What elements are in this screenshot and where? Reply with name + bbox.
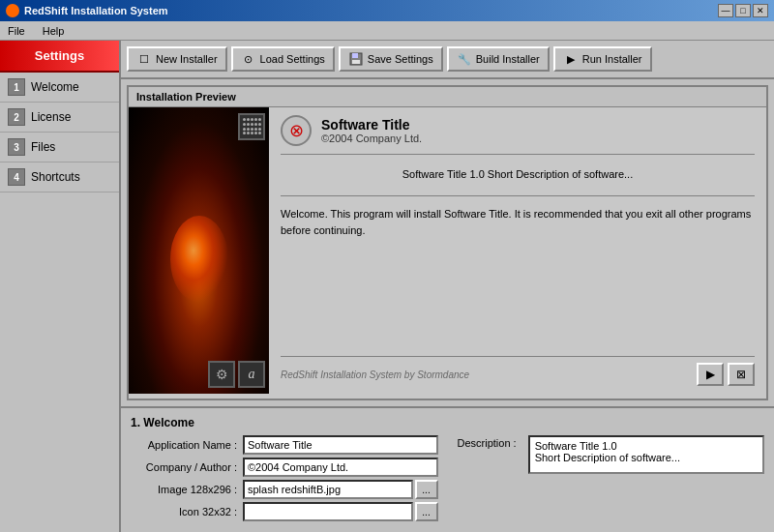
new-installer-label: New Installer	[156, 53, 218, 65]
sidebar-num-4: 4	[8, 168, 25, 186]
sidebar-header: Settings	[0, 41, 119, 73]
save-settings-icon	[348, 51, 364, 67]
image-browse-button[interactable]: ...	[415, 480, 438, 499]
preview-app-header: ⊗ Software Title ©2004 Company Ltd.	[281, 115, 755, 155]
save-settings-button[interactable]: Save Settings	[339, 46, 443, 72]
image-input[interactable]	[243, 480, 413, 499]
sidebar-num-2: 2	[8, 108, 25, 126]
run-installer-label: Run Installer	[582, 53, 642, 65]
company-label: Company / Author :	[131, 461, 237, 473]
preview-close-button[interactable]: ⊠	[728, 363, 755, 386]
preview-icon-gear: ⚙	[208, 361, 235, 388]
preview-footer-text: RedShift Installation System by Stormdan…	[281, 369, 469, 380]
load-settings-icon: ⊙	[241, 51, 256, 67]
preview-play-button[interactable]: ▶	[697, 363, 724, 386]
menu-bar: File Help	[0, 21, 774, 41]
new-installer-button[interactable]: ☐ New Installer	[127, 46, 227, 72]
sidebar-num-3: 3	[8, 138, 25, 156]
run-installer-button[interactable]: ▶ Run Installer	[553, 46, 652, 72]
sidebar-label-shortcuts: Shortcuts	[31, 170, 80, 184]
preview-welcome-text: Welcome. This program will install Softw…	[281, 196, 755, 356]
save-settings-label: Save Settings	[368, 53, 433, 65]
app-icon	[6, 4, 19, 17]
build-installer-button[interactable]: 🔧 Build Installer	[447, 46, 550, 72]
form-row-company: Company / Author :	[131, 458, 438, 477]
preview-footer: RedShift Installation System by Stormdan…	[281, 356, 755, 386]
preview-icon-dots	[238, 113, 265, 140]
svg-rect-1	[352, 53, 358, 58]
preview-app-icon: ⊗	[281, 115, 312, 146]
preview-container: Installation Preview	[127, 85, 768, 400]
bottom-form: 1. Welcome Application Name : Company / …	[121, 406, 774, 532]
form-right-col: Description : Software Title 1.0 Short D…	[458, 435, 765, 524]
appname-label: Application Name :	[131, 439, 237, 451]
sidebar-num-1: 1	[8, 78, 25, 96]
form-grid: Application Name : Company / Author : Im…	[131, 435, 764, 524]
close-button[interactable]: ✕	[753, 4, 768, 17]
icon-input[interactable]	[243, 502, 413, 521]
maximize-button[interactable]: □	[735, 4, 751, 17]
toolbar: ☐ New Installer ⊙ Load Settings Save Set…	[121, 41, 774, 79]
build-installer-icon: 🔧	[457, 51, 472, 67]
sidebar-item-files[interactable]: 3 Files	[0, 133, 119, 163]
sidebar-label-welcome: Welcome	[31, 80, 79, 94]
form-row-icon: Icon 32x32 : ...	[131, 502, 438, 521]
svg-rect-2	[352, 60, 360, 64]
load-settings-label: Load Settings	[260, 53, 325, 65]
sidebar: Settings 1 Welcome 2 License 3 Files 4 S…	[0, 41, 121, 532]
sidebar-item-welcome[interactable]: 1 Welcome	[0, 73, 119, 103]
sidebar-label-license: License	[31, 110, 71, 124]
icon-field-group: ...	[243, 502, 438, 521]
preview-description: Software Title 1.0 Short Description of …	[281, 155, 755, 196]
form-row-appname: Application Name :	[131, 435, 438, 455]
form-left-col: Application Name : Company / Author : Im…	[131, 435, 438, 524]
sidebar-item-shortcuts[interactable]: 4 Shortcuts	[0, 163, 119, 192]
preview-image-area: ⚙ a	[129, 107, 269, 394]
preview-icon-font: a	[238, 361, 265, 388]
icon-label: Icon 32x32 :	[131, 506, 237, 517]
preview-content: ⚙ a ⊗ Software Title ©2004 Company Ltd.	[129, 107, 766, 394]
main-layout: Settings 1 Welcome 2 License 3 Files 4 S…	[0, 41, 774, 532]
description-box[interactable]: Software Title 1.0 Short Description of …	[528, 435, 764, 474]
preview-swirl	[170, 216, 228, 303]
sidebar-label-files: Files	[31, 140, 55, 154]
preview-title: Installation Preview	[129, 87, 766, 107]
run-installer-icon: ▶	[563, 51, 579, 67]
window-title: RedShift Installation System	[24, 5, 168, 16]
company-input[interactable]	[243, 458, 438, 477]
image-field-group: ...	[243, 480, 438, 499]
build-installer-label: Build Installer	[476, 53, 540, 65]
preview-app-subtitle: ©2004 Company Ltd.	[321, 133, 422, 144]
appname-input[interactable]	[243, 435, 438, 455]
image-label: Image 128x296 :	[131, 484, 237, 495]
preview-icons-row: ⚙ a	[208, 361, 265, 388]
form-row-image: Image 128x296 : ...	[131, 480, 438, 499]
icon-browse-button[interactable]: ...	[415, 502, 438, 521]
preview-footer-buttons: ▶ ⊠	[697, 363, 755, 386]
description-label: Description :	[458, 435, 517, 449]
title-bar: RedShift Installation System — □ ✕	[0, 0, 774, 21]
preview-app-title: Software Title	[321, 117, 422, 133]
minimize-button[interactable]: —	[718, 4, 733, 17]
right-panel: ☐ New Installer ⊙ Load Settings Save Set…	[121, 41, 774, 532]
sidebar-item-license[interactable]: 2 License	[0, 103, 119, 133]
load-settings-button[interactable]: ⊙ Load Settings	[231, 46, 335, 72]
menu-file[interactable]: File	[4, 24, 29, 38]
form-section-title: 1. Welcome	[131, 416, 764, 429]
new-installer-icon: ☐	[136, 51, 152, 67]
preview-info: ⊗ Software Title ©2004 Company Ltd. Soft…	[269, 107, 766, 394]
menu-help[interactable]: Help	[39, 24, 69, 38]
window-controls: — □ ✕	[718, 4, 768, 17]
